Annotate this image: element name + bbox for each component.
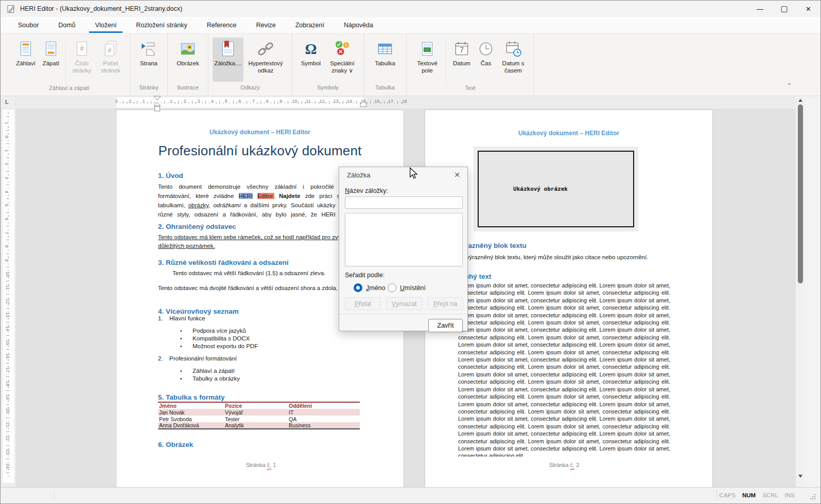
- ribbon-group-text: Textové pole7DatumČasDatum s časemText: [407, 33, 534, 96]
- textbox-button[interactable]: Textové pole: [411, 38, 444, 82]
- table-cell: Petr Svoboda: [158, 416, 224, 422]
- header-button[interactable]: Záhlaví: [13, 38, 39, 82]
- clock-button[interactable]: Čas: [475, 38, 497, 82]
- right-indent-marker-icon[interactable]: [360, 101, 367, 107]
- table-row: Anna DvořákováAnalytikBusiness: [158, 422, 360, 429]
- picture-icon: [179, 40, 197, 58]
- table-cell: Analytik: [224, 422, 288, 429]
- scroll-down-icon[interactable]: [796, 473, 805, 480]
- bookmark-icon: [219, 40, 237, 58]
- ribbon: ZáhlavíZápatí#Číslo stránky#Počet stráne…: [1, 33, 820, 96]
- close-dialog-button[interactable]: Zavřít: [428, 319, 463, 332]
- bookmark-name-input[interactable]: [345, 196, 463, 209]
- tab-selector-icon[interactable]: L: [1, 96, 16, 109]
- menu-tab-zobrazeni[interactable]: Zobrazení: [289, 17, 330, 33]
- maximize-button[interactable]: ▢: [772, 1, 796, 17]
- menu-tab-vlozeni[interactable]: Vložení: [89, 17, 123, 33]
- list-item: 2.Profesionální formátování: [158, 355, 364, 362]
- section-heading-obrazek: 6. Obrázek: [158, 441, 374, 448]
- omega-icon: Ω: [302, 40, 320, 58]
- image-label: Ukázkový obrázek: [513, 186, 568, 192]
- ribbon-button-label: Strana: [140, 60, 158, 67]
- page1-footer: Stránka č. 1: [158, 462, 364, 468]
- svg-text:✕: ✕: [339, 49, 343, 55]
- header-icon: [17, 40, 34, 58]
- menu-tab-soubor[interactable]: Soubor: [12, 17, 45, 33]
- group-divider: [65, 42, 66, 85]
- menu-tab-rozlozeni-stranky[interactable]: Rozložení stránky: [130, 17, 193, 33]
- title-bar: HERI Editor - (Ukazkovy_dokument_HERI_2s…: [1, 1, 820, 17]
- page-number-button[interactable]: #Číslo stránky: [68, 38, 96, 82]
- page-break-button[interactable]: Strana: [134, 38, 163, 82]
- table-cell: Jan Novák: [158, 409, 224, 416]
- pridat-button[interactable]: Přidat: [345, 297, 381, 310]
- status-indicator-scrl: SCRL: [762, 492, 778, 498]
- table-button[interactable]: Tabulka: [368, 38, 402, 82]
- resize-grip-icon[interactable]: [810, 494, 815, 499]
- clock-icon: [477, 40, 495, 58]
- svg-text:Ω: Ω: [305, 41, 317, 57]
- formatted-table: JménoPoziceOdděleníJan NovákVývojářITPet…: [158, 402, 360, 429]
- scrollbar-thumb[interactable]: [798, 104, 803, 283]
- close-button[interactable]: ✕: [796, 1, 820, 17]
- dialog-separator: [339, 314, 467, 314]
- date-icon: 7: [453, 40, 470, 58]
- ribbon-button-label: Číslo stránky: [69, 60, 94, 74]
- page2-footer: Stránka č. 2: [458, 462, 670, 468]
- ribbon-group-odkazy: Záložka....Hypertextový odkazOdkazy: [208, 33, 292, 96]
- vymazat-button[interactable]: Vymazat: [386, 297, 422, 310]
- ribbon-button-label: Hypertextový odkaz: [245, 60, 286, 74]
- page-break-icon: [140, 40, 158, 58]
- quote-paragraph: Toto je zvýrazněný blok textu, který můž…: [444, 254, 671, 260]
- document-page-2[interactable]: Ukázkový dokument – HERI Editor Ukázkový…: [425, 110, 713, 488]
- app-icon: [7, 5, 15, 13]
- menu-tab-reference[interactable]: Reference: [201, 17, 243, 33]
- minimize-button[interactable]: —: [748, 1, 772, 17]
- svg-text:#: #: [108, 46, 111, 54]
- ribbon-button-label: Datum: [453, 60, 470, 67]
- radio-label: Umístění: [400, 284, 426, 292]
- prejit-na-button[interactable]: Přejít na: [427, 297, 463, 310]
- page-count-button[interactable]: #Počet stránek: [96, 38, 126, 82]
- picture-button[interactable]: Obrázek: [172, 38, 204, 82]
- ribbon-group-label: Symboly: [296, 84, 359, 96]
- menu-tab-napoveda[interactable]: Nápověda: [338, 17, 379, 33]
- dialog-close-icon[interactable]: ✕: [454, 171, 460, 179]
- lorem-text-block: Lorem ipsum dolor sit amet, consectetur …: [458, 282, 670, 457]
- datetime-icon: [504, 40, 522, 58]
- bookmark-button[interactable]: Záložka....: [213, 38, 243, 82]
- list-bullet-item: •Možnost exportu do PDF: [158, 343, 364, 349]
- table-cell: Business: [288, 422, 360, 429]
- vertical-scrollbar[interactable]: [796, 96, 805, 488]
- sort-radio-umisteni[interactable]: Umístění: [388, 283, 426, 292]
- table-header-cell: Jméno: [158, 402, 224, 409]
- ribbon-group-ilustrace: ObrázekIlustrace: [168, 33, 208, 96]
- scroll-up-icon[interactable]: [796, 97, 805, 104]
- date-button[interactable]: 7Datum: [448, 38, 475, 82]
- hyperlink-icon: [257, 40, 274, 58]
- menu-tab-domu[interactable]: Domů: [52, 17, 81, 33]
- ribbon-button-label: Tabulka: [375, 60, 395, 67]
- image-placeholder[interactable]: Ukázkový obrázek: [474, 147, 638, 231]
- hyperlink-button[interactable]: Hypertextový odkaz: [243, 38, 288, 82]
- window-title: HERI Editor - (Ukazkovy_dokument_HERI_2s…: [20, 5, 182, 12]
- spacing-paragraph-1: Tento odstavec má větší řádkování (1.5) …: [158, 268, 364, 278]
- svg-text:#: #: [80, 44, 84, 52]
- ribbon-collapse-icon[interactable]: ⌃: [787, 82, 792, 89]
- table-cell: QA: [288, 416, 360, 422]
- bookmark-name-label: Název záložky:: [345, 187, 388, 194]
- menu-tab-revize[interactable]: Revize: [250, 17, 282, 33]
- bookmark-dialog: Záložka ✕ Název záložky: Seřadit podle: …: [339, 167, 468, 331]
- spellcheck-word: č.: [570, 462, 575, 468]
- footer-button[interactable]: Zápatí: [39, 38, 63, 82]
- datetime-button[interactable]: Datum s časem: [497, 38, 530, 82]
- sort-radio-jmeno[interactable]: Jméno: [354, 283, 386, 292]
- section-heading-tabulka: 5. Tabulka s formáty: [158, 393, 374, 401]
- omega-button[interactable]: ΩSymbol: [296, 38, 325, 82]
- ribbon-group-label: Ilustrace: [172, 84, 204, 96]
- indent-markers-icon[interactable]: [153, 96, 162, 113]
- table-icon: [376, 40, 394, 58]
- special-chars-button[interactable]: ✓!✕Speciální znaky ∨: [325, 38, 359, 82]
- ribbon-group-label: Text: [411, 85, 530, 96]
- bookmark-list[interactable]: [345, 213, 463, 266]
